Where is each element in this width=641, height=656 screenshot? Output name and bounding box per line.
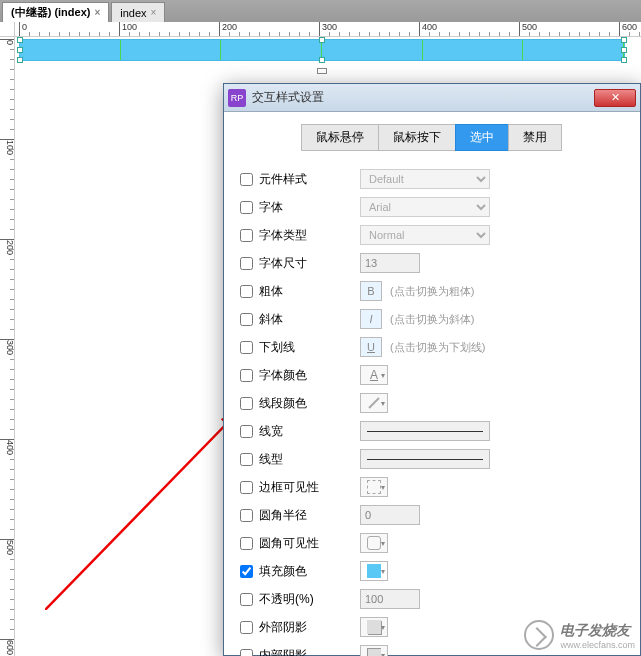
- selection-marker[interactable]: [317, 68, 327, 74]
- prop-italic: 斜体 I(点击切换为斜体): [240, 305, 624, 333]
- dialog-title: 交互样式设置: [252, 89, 594, 106]
- outer-shadow-checkbox[interactable]: [240, 621, 253, 634]
- corner-radius-checkbox[interactable]: [240, 509, 253, 522]
- font-color-picker[interactable]: A▾: [360, 365, 388, 385]
- prop-line-style: 线型: [240, 445, 624, 473]
- resize-handle[interactable]: [621, 37, 627, 43]
- font-color-checkbox[interactable]: [240, 369, 253, 382]
- chevron-down-icon: ▾: [381, 567, 385, 576]
- font-select[interactable]: Arial: [360, 197, 490, 217]
- chevron-down-icon: ▾: [381, 399, 385, 408]
- line-color-checkbox[interactable]: [240, 397, 253, 410]
- vertical-ruler: 0100200300400500600: [0, 37, 15, 656]
- line-width-select[interactable]: [360, 421, 490, 441]
- resize-handle[interactable]: [319, 37, 325, 43]
- resize-handle[interactable]: [17, 57, 23, 63]
- font-size-checkbox[interactable]: [240, 257, 253, 270]
- italic-checkbox[interactable]: [240, 313, 253, 326]
- watermark: 电子发烧友 www.elecfans.com: [524, 620, 635, 650]
- underline-checkbox[interactable]: [240, 341, 253, 354]
- tab-index[interactable]: index ×: [111, 2, 165, 22]
- close-icon[interactable]: ×: [151, 7, 157, 18]
- tab-mousedown[interactable]: 鼠标按下: [378, 124, 456, 151]
- widget-style-checkbox[interactable]: [240, 173, 253, 186]
- tab-label: (中继器) (index): [11, 5, 90, 20]
- prop-opacity: 不透明(%): [240, 585, 624, 613]
- prop-font-color: 字体颜色 A▾: [240, 361, 624, 389]
- chevron-down-icon: ▾: [381, 623, 385, 632]
- border-vis-checkbox[interactable]: [240, 481, 253, 494]
- prop-border-visibility: 边框可见性 ▾: [240, 473, 624, 501]
- prop-widget-style: 元件样式 Default: [240, 165, 624, 193]
- prop-font: 字体 Arial: [240, 193, 624, 221]
- tab-repeater-index[interactable]: (中继器) (index) ×: [2, 2, 109, 22]
- resize-handle[interactable]: [17, 47, 23, 53]
- close-icon[interactable]: ×: [94, 7, 100, 18]
- outer-shadow-picker[interactable]: ▾: [360, 617, 388, 637]
- corner-vis-picker[interactable]: ▾: [360, 533, 388, 553]
- prop-fill-color: 填充颜色 ▾: [240, 557, 624, 585]
- prop-font-type: 字体类型 Normal: [240, 221, 624, 249]
- chevron-down-icon: ▾: [381, 483, 385, 492]
- opacity-checkbox[interactable]: [240, 593, 253, 606]
- dialog-body: 鼠标悬停 鼠标按下 选中 禁用 元件样式 Default 字体 Arial 字体…: [224, 112, 640, 656]
- tab-disabled[interactable]: 禁用: [508, 124, 562, 151]
- corner-radius-input[interactable]: [360, 505, 420, 525]
- repeater-cell[interactable]: [20, 40, 121, 60]
- repeater-cell[interactable]: [322, 40, 423, 60]
- interaction-style-dialog: RP 交互样式设置 ✕ 鼠标悬停 鼠标按下 选中 禁用 元件样式 Default…: [223, 83, 641, 656]
- resize-handle[interactable]: [319, 57, 325, 63]
- widget-style-select[interactable]: Default: [360, 169, 490, 189]
- resize-handle[interactable]: [17, 37, 23, 43]
- chevron-down-icon: ▾: [381, 539, 385, 548]
- inner-shadow-checkbox[interactable]: [240, 649, 253, 657]
- fill-color-checkbox[interactable]: [240, 565, 253, 578]
- repeater-widget[interactable]: [19, 39, 625, 61]
- document-tabs: (中继器) (index) × index ×: [0, 0, 641, 22]
- font-size-input[interactable]: [360, 253, 420, 273]
- ruler-corner: [0, 22, 15, 37]
- bold-checkbox[interactable]: [240, 285, 253, 298]
- corner-vis-checkbox[interactable]: [240, 537, 253, 550]
- watermark-icon: [524, 620, 554, 650]
- fill-color-picker[interactable]: ▾: [360, 561, 388, 581]
- repeater-cell[interactable]: [423, 40, 524, 60]
- app-icon: RP: [228, 89, 246, 107]
- tab-selected[interactable]: 选中: [455, 124, 509, 151]
- watermark-url: www.elecfans.com: [560, 640, 635, 650]
- opacity-input[interactable]: [360, 589, 420, 609]
- font-type-checkbox[interactable]: [240, 229, 253, 242]
- font-type-select[interactable]: Normal: [360, 225, 490, 245]
- state-tabs: 鼠标悬停 鼠标按下 选中 禁用: [240, 124, 624, 151]
- pencil-icon: [367, 396, 381, 410]
- prop-font-size: 字体尺寸: [240, 249, 624, 277]
- prop-line-color: 线段颜色 ▾: [240, 389, 624, 417]
- repeater-cell[interactable]: [121, 40, 222, 60]
- underline-toggle[interactable]: U: [360, 337, 382, 357]
- dialog-titlebar[interactable]: RP 交互样式设置 ✕: [224, 84, 640, 112]
- bold-toggle[interactable]: B: [360, 281, 382, 301]
- tab-mouseover[interactable]: 鼠标悬停: [301, 124, 379, 151]
- close-button[interactable]: ✕: [594, 89, 636, 107]
- repeater-cell[interactable]: [221, 40, 322, 60]
- line-style-checkbox[interactable]: [240, 453, 253, 466]
- inner-shadow-picker[interactable]: ▾: [360, 645, 388, 656]
- border-vis-picker[interactable]: ▾: [360, 477, 388, 497]
- line-style-select[interactable]: [360, 449, 490, 469]
- prop-underline: 下划线 U(点击切换为下划线): [240, 333, 624, 361]
- prop-line-width: 线宽: [240, 417, 624, 445]
- chevron-down-icon: ▾: [381, 371, 385, 380]
- italic-toggle[interactable]: I: [360, 309, 382, 329]
- chevron-down-icon: ▾: [381, 651, 385, 657]
- line-width-checkbox[interactable]: [240, 425, 253, 438]
- repeater-cell[interactable]: [523, 40, 624, 60]
- line-color-picker[interactable]: ▾: [360, 393, 388, 413]
- resize-handle[interactable]: [621, 47, 627, 53]
- resize-handle[interactable]: [621, 57, 627, 63]
- horizontal-ruler: 0100200300400500600: [15, 22, 641, 37]
- tab-label: index: [120, 7, 146, 19]
- prop-corner-radius: 圆角半径: [240, 501, 624, 529]
- watermark-text: 电子发烧友: [560, 622, 630, 638]
- prop-corner-visibility: 圆角可见性 ▾: [240, 529, 624, 557]
- font-checkbox[interactable]: [240, 201, 253, 214]
